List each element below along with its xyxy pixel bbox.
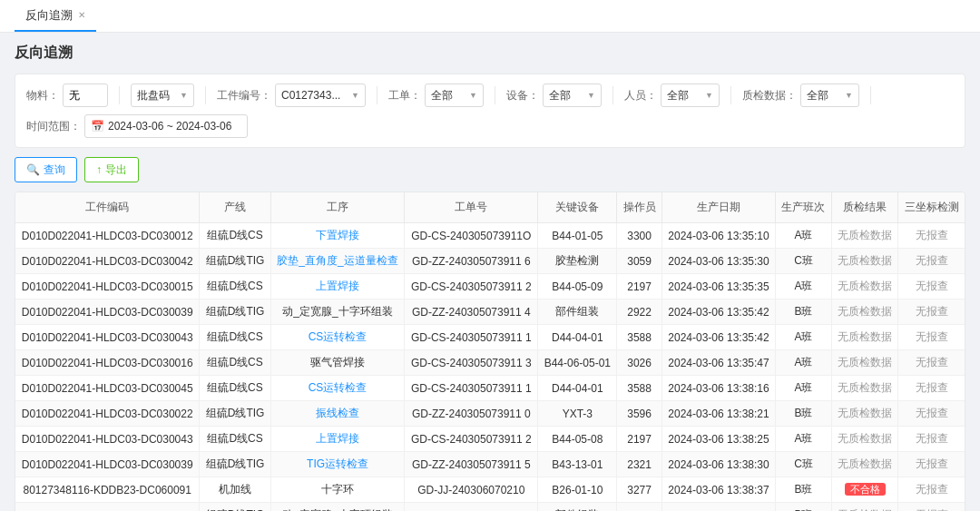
cell-quality: 无质检数据 — [831, 401, 898, 427]
cell-three-coord: 无报查 — [898, 503, 965, 512]
person-value: 全部 — [667, 88, 701, 103]
cell-quality: 无质检数据 — [831, 249, 898, 274]
cell-code: D010D022041-HLDC03-DC030045 — [15, 376, 200, 401]
chevron-down-icon: ▼ — [180, 91, 188, 100]
defect-filter: 质检数据： 全部 ▼ — [742, 84, 859, 107]
process-link[interactable]: 胶垫_直角度_运道量检查 — [277, 254, 397, 267]
cell-quality: 无质检数据 — [831, 503, 898, 512]
cell-code: D010D022041-HLDC03-DC030015 — [15, 274, 200, 300]
process-link[interactable]: 振线检查 — [316, 407, 359, 419]
cell-device: YXT-3 — [538, 401, 617, 427]
part-filter: 工件编号： C0127343... ▼ — [217, 84, 366, 107]
part-value: C0127343... — [281, 89, 348, 102]
time-filter: 时间范围： 📅 2024-03-06 ~ 2024-03-06 — [26, 114, 248, 138]
batch-select[interactable]: 批盘码 ▼ — [131, 84, 194, 107]
quality-text: 无质检数据 — [838, 407, 892, 419]
quality-badge-fail: 不合格 — [845, 483, 886, 496]
table-row: D010D022041-HLDC03-DC030016 组硫D线CS 驱气管焊接… — [15, 350, 965, 376]
cell-date: 2024-03-06 13:35:47 — [662, 350, 775, 376]
quality-text: 无质检数据 — [838, 381, 892, 394]
cell-operator: 2922 — [617, 503, 662, 512]
cell-process: 上置焊接 — [270, 427, 405, 452]
cell-line: 组硫D线CS — [200, 427, 270, 452]
date-range-input[interactable]: 📅 2024-03-06 ~ 2024-03-06 — [84, 114, 248, 138]
export-icon: ↑ — [96, 163, 102, 176]
workshop-label: 工单： — [388, 88, 421, 103]
material-input[interactable] — [63, 84, 108, 107]
query-button[interactable]: 🔍 查询 — [15, 157, 77, 182]
cell-device: B44-01-05 — [538, 223, 617, 249]
cell-shift: B班 — [776, 477, 832, 503]
cell-code: D010D022041-HLDC03-DC030012 — [15, 223, 200, 249]
search-icon: 🔍 — [26, 163, 40, 176]
cell-code: D010D022041-HLDC03-DC030039 — [15, 452, 200, 477]
process-link[interactable]: CS运转检查 — [309, 330, 368, 343]
table-row: D010D022041-HLDC03-DC030039 组硫D线TIG 动_定宽… — [15, 300, 965, 325]
cell-three-coord: 无报查 — [898, 452, 965, 477]
process-link[interactable]: 上置焊接 — [316, 432, 359, 445]
cell-operator: 3277 — [617, 477, 662, 503]
cell-operator: 2197 — [617, 274, 662, 300]
cell-date: 2024-03-06 13:38:16 — [662, 376, 775, 401]
person-select[interactable]: 全部 ▼ — [661, 84, 720, 107]
divider-6 — [730, 86, 731, 104]
defect-select[interactable]: 全部 ▼ — [800, 84, 859, 107]
quality-text: 无质检数据 — [838, 356, 892, 369]
cell-order: GD-ZZ-240305073911 5 — [405, 452, 538, 477]
cell-date: 2024-03-06 13:38:30 — [662, 452, 775, 477]
divider-3 — [377, 86, 377, 104]
cell-quality: 无质检数据 — [831, 325, 898, 350]
batch-filter: 批盘码 ▼ — [131, 84, 194, 107]
cell-three-coord: 无报查 — [898, 325, 965, 350]
cell-order: GD-ZZ-240305073911 4 — [405, 503, 538, 512]
th-operator: 操作员 — [617, 192, 662, 223]
th-three-coord: 三坐标检测 — [898, 192, 965, 223]
chevron-down-icon-6: ▼ — [845, 91, 853, 100]
device-label: 设备： — [506, 88, 539, 103]
filter-bar: 物料： 批盘码 ▼ 工件编号： C0127343... ▼ — [15, 74, 965, 148]
process-link[interactable]: 下置焊接 — [316, 229, 359, 241]
cell-date: 2024-03-06 13:35:42 — [662, 300, 775, 325]
th-shift: 生产班次 — [776, 192, 832, 223]
divider-7 — [870, 86, 871, 104]
workshop-select[interactable]: 全部 ▼ — [425, 84, 484, 107]
device-select[interactable]: 全部 ▼ — [543, 84, 602, 107]
cell-shift: A班 — [776, 350, 832, 376]
cell-device: B44-06-05-01 — [538, 350, 617, 376]
cell-shift: B班 — [776, 503, 832, 512]
table-row: D010D022041-HLDC03-DC030039 组硫D线TIG TIG运… — [15, 452, 965, 477]
cell-process: 上置焊接 — [270, 274, 405, 300]
cell-date: 2024-03-06 13:38:21 — [662, 401, 775, 427]
cell-device: B26-01-10 — [538, 477, 617, 503]
cell-line: 组硫D线CS — [200, 223, 270, 249]
tab-label: 反向追溯 — [25, 7, 73, 24]
divider-1 — [119, 86, 120, 104]
cell-line: 组硫D线TIG — [200, 249, 270, 274]
close-icon[interactable]: ✕ — [78, 10, 85, 20]
cell-date: 2024-03-06 13:38:25 — [662, 427, 775, 452]
cell-process: 动_定宽腺_十字环组装 — [270, 300, 405, 325]
cell-shift: C班 — [776, 249, 832, 274]
th-device: 关键设备 — [538, 192, 617, 223]
table-row: D010D022041-HLDC03-DC030043 组硫D线CS CS运转检… — [15, 325, 965, 350]
process-link[interactable]: CS运转检查 — [309, 381, 368, 394]
cell-date: 2024-03-06 13:38:37 — [662, 477, 775, 503]
tab-reverse-trace[interactable]: 反向追溯 ✕ — [15, 0, 96, 32]
cell-operator: 2922 — [617, 300, 662, 325]
cell-line: 组硫D线TIG — [200, 452, 270, 477]
cell-order: GD-JJ-240306070210 — [405, 477, 538, 503]
process-link[interactable]: TIG运转检查 — [307, 457, 368, 470]
chevron-down-icon-5: ▼ — [705, 91, 713, 100]
cell-process: CS运转检查 — [270, 325, 405, 350]
cell-line: 组硫D线TIG — [200, 401, 270, 427]
export-button[interactable]: ↑ 导出 — [84, 157, 139, 182]
batch-label: 批盘码 — [137, 88, 176, 103]
cell-quality: 无质检数据 — [831, 376, 898, 401]
cell-line: 组硫D线CS — [200, 325, 270, 350]
action-bar: 🔍 查询 ↑ 导出 — [15, 157, 965, 182]
table-row: 80127348116-KDDB23-DC060091 机加线 十字环 GD-J… — [15, 477, 965, 503]
process-link[interactable]: 上置焊接 — [316, 280, 359, 292]
cell-line: 组硫D线CS — [200, 376, 270, 401]
cell-device: B44-05-08 — [538, 427, 617, 452]
part-select[interactable]: C0127343... ▼ — [275, 84, 366, 107]
